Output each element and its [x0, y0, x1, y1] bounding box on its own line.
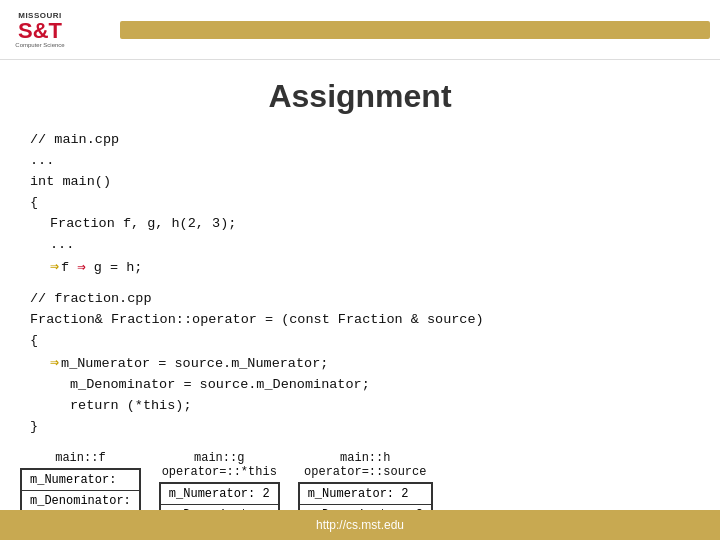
m-numerator-text: m_Numerator = source.m_Numerator;	[61, 356, 328, 371]
fraction-line: Fraction f, g, h(2, 3);	[30, 214, 690, 235]
table-label-f: main::f	[55, 451, 105, 465]
ellipsis1: ...	[30, 151, 690, 172]
fraction-operator: Fraction& Fraction::operator = (const Fr…	[30, 310, 690, 331]
main-cpp-comment: // main.cpp	[30, 130, 690, 151]
logo-area: MISSOURI S&T Computer Science	[10, 6, 110, 54]
brace-open2: {	[30, 331, 690, 352]
brace-open: {	[30, 193, 690, 214]
table-cell: m_Numerator:	[21, 469, 140, 491]
table-cell: m_Numerator: 2	[299, 483, 432, 505]
g-assign: g = h;	[86, 260, 143, 275]
code-block: // main.cpp ... int main() { Fraction f,…	[30, 130, 690, 279]
return-line: return (*this);	[30, 396, 690, 417]
brace-close: }	[30, 417, 690, 438]
table-row: m_Numerator: 2	[160, 483, 279, 505]
m-numerator-line: ⇒m_Numerator = source.m_Numerator;	[30, 352, 690, 375]
f-label: f	[61, 260, 77, 275]
fraction-cpp-block: // fraction.cpp Fraction& Fraction::oper…	[30, 289, 690, 438]
int-main: int main()	[30, 172, 690, 193]
header-bar	[120, 21, 710, 39]
table-cell: m_Numerator: 2	[160, 483, 279, 505]
table-row: m_Numerator:	[21, 469, 140, 491]
fraction-cpp-comment: // fraction.cpp	[30, 289, 690, 310]
table-row: m_Numerator: 2	[299, 483, 432, 505]
block-arrow-icon: ⇒	[50, 352, 59, 375]
table-row: m_Denominator:	[21, 490, 140, 512]
footer-url: http://cs.mst.edu	[316, 518, 404, 532]
main-content: // main.cpp ... int main() { Fraction f,…	[0, 125, 720, 443]
title-area: Assignment	[0, 60, 720, 125]
header: MISSOURI S&T Computer Science	[0, 0, 720, 60]
logo-st: S&T	[18, 20, 62, 42]
fraction-keyword: Fraction f, g, h(2, 3);	[50, 216, 236, 231]
m-denominator-line: m_Denominator = source.m_Denominator;	[30, 375, 690, 396]
ellipsis2: ...	[30, 235, 690, 256]
assign-arrow-icon: ⇒	[77, 257, 85, 279]
logo-box: MISSOURI S&T Computer Science	[10, 6, 70, 54]
table-f: m_Numerator: m_Denominator:	[20, 468, 141, 513]
table-cell: m_Denominator:	[21, 490, 140, 512]
page-title: Assignment	[0, 78, 720, 115]
table-label-g: main::goperator=::*this	[162, 451, 277, 479]
f-arrow-icon: ⇒	[50, 256, 59, 279]
logo-sub: Computer Science	[15, 42, 64, 48]
table-label-h: main::hoperator=::source	[304, 451, 426, 479]
table-col-f: main::f m_Numerator: m_Denominator:	[20, 451, 141, 513]
f-assign-line: ⇒f ⇒ g = h;	[30, 256, 690, 279]
footer: http://cs.mst.edu	[0, 510, 720, 540]
